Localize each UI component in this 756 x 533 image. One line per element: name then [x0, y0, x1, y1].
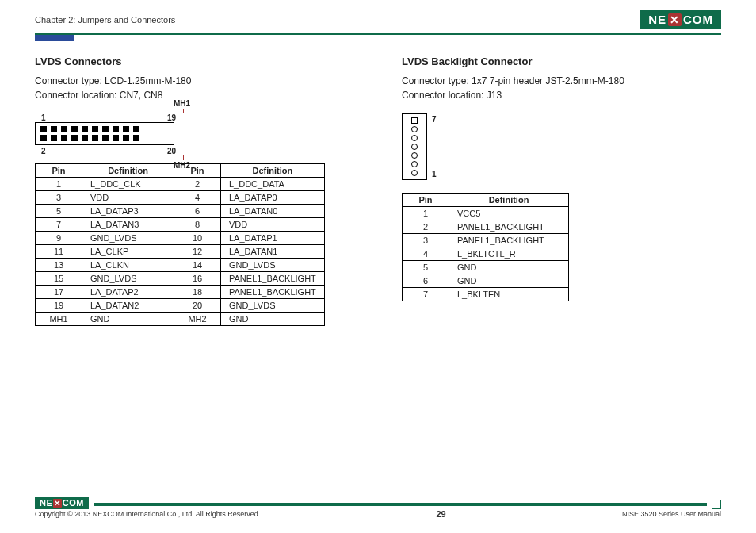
lvds-connectors-heading: LVDS Connectors: [35, 56, 354, 67]
table-row: 2PANEL1_BACKLIGHT: [403, 220, 569, 234]
table-row: 6GND: [403, 274, 569, 288]
page-number: 29: [436, 509, 445, 519]
backlight-desc: Connector type: 1x7 7-pin header JST-2.5…: [402, 74, 721, 102]
backlight-connector-diagram: 7 1: [402, 113, 721, 180]
table-row: 7L_BKLTEN: [403, 288, 569, 301]
lvds-pin-rows: 1L_DDC_CLK2L_DDC_DATA3VDD4LA_DATAP05LA_D…: [36, 178, 325, 326]
table-row: 9GND_LVDS10LA_DATAP1: [36, 232, 325, 245]
table-row: 5LA_DATAP36LA_DATAN0: [36, 205, 325, 218]
table-row: MH1GNDMH2GND: [36, 313, 325, 326]
table-row: 1L_DDC_CLK2L_DDC_DATA: [36, 178, 325, 191]
lvds-pin-table: PinDefinition PinDefinition 1L_DDC_CLK2L…: [35, 163, 325, 326]
backlight-pin-table: PinDefinition 1VCC52PANEL1_BACKLIGHT3PAN…: [402, 193, 569, 301]
table-row: 1VCC5: [403, 207, 569, 220]
table-row: 15GND_LVDS16PANEL1_BACKLIGHT: [36, 272, 325, 286]
accent-bar: [35, 35, 74, 41]
table-row: 5GND: [403, 261, 569, 274]
manual-name: NISE 3520 Series User Manual: [622, 510, 721, 518]
table-row: 4L_BKLTCTL_R: [403, 247, 569, 261]
header-rule: [35, 33, 721, 35]
brand-logo: NE✕COM: [640, 10, 721, 29]
chapter-title: Chapter 2: Jumpers and Connectors: [35, 15, 175, 25]
table-row: 3VDD4LA_DATAP0: [36, 191, 325, 205]
corner-mark: [712, 500, 721, 509]
table-row: 7LA_DATAN38VDD: [36, 218, 325, 232]
table-row: 17LA_DATAP218PANEL1_BACKLIGHT: [36, 286, 325, 299]
table-row: 11LA_CLKP12LA_DATAN1: [36, 245, 325, 259]
copyright: Copyright © 2013 NEXCOM International Co…: [35, 510, 260, 518]
backlight-heading: LVDS Backlight Connector: [402, 56, 721, 67]
lvds-connectors-desc: Connector type: LCD-1.25mm-M-180 Connect…: [35, 74, 354, 102]
table-row: 3PANEL1_BACKLIGHT: [403, 234, 569, 247]
lvds-connector-diagram: MH1 119 220 MH2: [35, 113, 354, 155]
table-row: 19LA_DATAN220GND_LVDS: [36, 299, 325, 313]
footer-logo: NE✕COM: [35, 497, 89, 509]
table-row: 13LA_CLKN14GND_LVDS: [36, 259, 325, 272]
backlight-pin-rows: 1VCC52PANEL1_BACKLIGHT3PANEL1_BACKLIGHT4…: [403, 207, 569, 301]
